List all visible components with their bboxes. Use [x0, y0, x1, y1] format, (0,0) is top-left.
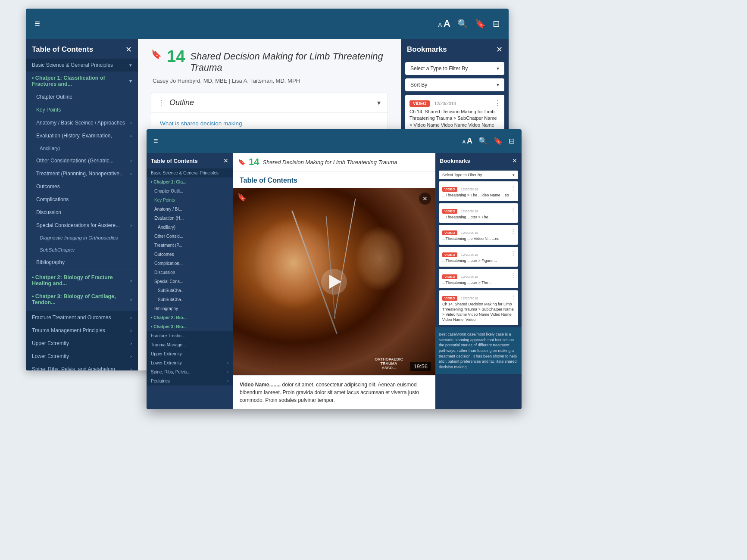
inner-bookmark-text-3: ...Threatening ...e Video N... ...eo	[442, 236, 515, 242]
sidebar-item-diagnostic-imaging[interactable]: Diagnostic Imaging in Orthopaedics	[26, 232, 138, 244]
sidebar-item-basic-science[interactable]: Basic Science & General Principles ▾	[26, 59, 138, 72]
chevron-down-icon: ▾	[129, 62, 132, 68]
inner-bookmark-type-2: VIDEO	[442, 209, 457, 214]
inner-sidebar-item-treatment[interactable]: Treatment (P...	[147, 241, 233, 250]
sidebar-item-special-considerations[interactable]: Special Considerations for Austere... ›	[26, 219, 138, 232]
exit-icon[interactable]: ⊟	[493, 19, 500, 29]
inner-filter-dropdown[interactable]: Select Type to Filter By ▾	[439, 171, 518, 179]
sidebar-item-discussion[interactable]: Discussion	[26, 206, 138, 219]
chevron-right-icon: ›	[130, 354, 132, 359]
inner-sidebar-item-evaluation[interactable]: Evaluation (H...	[147, 214, 233, 223]
sidebar-item-treatment[interactable]: Treatment (Plannning, Nonoperative... ›	[26, 167, 138, 180]
inner-bookmark-options-6[interactable]: ⋮	[510, 293, 516, 300]
bookmarks-close-button[interactable]: ✕	[496, 45, 503, 54]
inner-bookmark-options-5[interactable]: ⋮	[510, 272, 516, 278]
chapter-bookmark-icon[interactable]: 🔖	[151, 49, 162, 59]
inner-sidebar-item-discussion[interactable]: Discussion	[147, 268, 233, 277]
hamburger-icon[interactable]: ≡	[34, 18, 40, 29]
inner-sidebar-item-trauma[interactable]: Trauma Manage...	[147, 340, 233, 349]
inner-chapter-title: Shared Decision Making for Limb Threaten…	[263, 159, 397, 165]
filter-dropdown[interactable]: Select a Type to Filter By ▾	[405, 62, 504, 75]
sort-chevron-icon: ▾	[497, 82, 499, 88]
inner-sidebar-item-pediatrics[interactable]: Pediatrics ›	[147, 376, 233, 386]
inner-bookmark-date-3: 12/20/2018	[461, 231, 478, 235]
inner-sidebar-item-complications[interactable]: Complication...	[147, 259, 233, 268]
inner-sidebar-item-upper[interactable]: Upper Extremity	[147, 349, 233, 358]
font-large-label[interactable]: A	[444, 18, 450, 29]
chevron-right-icon: ›	[130, 341, 132, 346]
sidebar-item-evaluation[interactable]: Evaluation (History, Examination, ›	[26, 129, 138, 142]
inner-bookmark-options-2[interactable]: ⋮	[510, 206, 516, 213]
inner-bookmark-options-4[interactable]: ⋮	[510, 250, 516, 256]
video-bookmark-icon[interactable]: 🔖	[237, 193, 247, 202]
inner-sidebar-item-fracture[interactable]: Fracture Treatm...	[147, 331, 233, 340]
inner-search-icon[interactable]: 🔍	[478, 137, 488, 146]
sidebar-title: Table of Contents	[32, 45, 93, 54]
inner-font-large[interactable]: A	[467, 137, 472, 146]
sidebar-item-upper-extremity[interactable]: Upper Extremity ›	[26, 337, 138, 350]
sort-dropdown[interactable]: Sort By ▾	[405, 78, 504, 91]
sidebar-close-button[interactable]: ✕	[125, 45, 132, 54]
inner-sidebar-item-chapter3[interactable]: • Chatper 3: Bio...	[147, 322, 233, 331]
font-small-label[interactable]: A	[438, 22, 442, 28]
sidebar-item-bibliography[interactable]: Bibliography	[26, 256, 138, 269]
sidebar-item-subsubchapter[interactable]: SubSubChapter	[26, 244, 138, 256]
chevron-right-icon: ›	[130, 120, 132, 125]
sidebar-item-spine[interactable]: Spine, Ribs, Pelvis, and Acetabelum ›	[26, 363, 138, 370]
inner-bookmark-date-2: 12/20/2018	[461, 209, 478, 213]
inner-font-small[interactable]: A	[463, 139, 466, 144]
inner-sidebar-item-lower[interactable]: Lower Extremity ›	[147, 358, 233, 367]
inner-hamburger-icon[interactable]: ≡	[153, 137, 158, 146]
inner-bookmark-options-3[interactable]: ⋮	[510, 228, 516, 234]
inner-sidebar-item-ancillary[interactable]: Ancillary)	[147, 223, 233, 232]
sidebar-item-chapter-outline[interactable]: Chapter Outline	[26, 90, 138, 103]
inner-bookmarks-close-button[interactable]: ✕	[512, 157, 517, 164]
outline-dots-icon[interactable]: ⋮	[158, 99, 165, 107]
inner-bookmarks: Bookmarks ✕ Select Type to Filter By ▾ V…	[435, 153, 522, 409]
search-icon[interactable]: 🔍	[457, 19, 468, 29]
inner-chapter-bookmark-icon[interactable]: 🔖	[238, 159, 245, 165]
inner-sidebar-item-subsubchap1[interactable]: SubSubCha...	[147, 286, 233, 295]
inner-sidebar-item-chapter1[interactable]: • Chatper 1: Cla...	[147, 177, 233, 187]
play-button[interactable]	[321, 269, 347, 295]
outline-chevron-icon[interactable]: ▾	[377, 99, 381, 107]
sidebar-item-chapter3[interactable]: • Chatper 3: Biology of Cartilage, Tendo…	[26, 290, 138, 309]
inner-sidebar-item-anatomy[interactable]: Anatomy / Bi...	[147, 205, 233, 214]
inner-sidebar-item-bibliography[interactable]: Bibliography	[147, 304, 233, 313]
inner-bookmark-icon[interactable]: 🔖	[494, 137, 503, 146]
inner-bookmarks-header: Bookmarks ✕	[435, 153, 522, 168]
sidebar-item-chapter1[interactable]: • Chatper 1: Classification of Fractures…	[26, 72, 138, 90]
sidebar-item-anatomy[interactable]: Anatomy / Basic Sceince / Approaches ›	[26, 116, 138, 129]
inner-chapter-strip: 🔖 14 Shared Decision Making for Limb Thr…	[233, 153, 435, 171]
inner-bookmark-entry-3: VIDEO 12/20/2018 ...Threatening ...e Vid…	[439, 225, 518, 245]
sidebar-item-lower-extremity[interactable]: Lower Extremity ›	[26, 350, 138, 363]
bookmark-options-icon[interactable]: ⋮	[494, 99, 501, 107]
nav-left: ≡	[34, 18, 40, 29]
inner-bookmark-options-1[interactable]: ⋮	[510, 184, 516, 191]
outline-item-1: What is shared decision making	[160, 118, 379, 129]
inner-bookmark-type-6: VIDEO	[442, 296, 457, 301]
inner-sidebar-item-chapter2[interactable]: • Chatper 2: Bio...	[147, 313, 233, 322]
sidebar-item-ancillary[interactable]: Ancillary)	[26, 142, 138, 154]
inner-bookmark-type-5: VIDEO	[442, 274, 457, 279]
inner-sidebar-item-keypoints[interactable]: Key Points	[147, 196, 233, 205]
sidebar-item-other-considerations[interactable]: Other Considertations (Geriatric... ›	[26, 154, 138, 167]
inner-sidebar-item-outcomes[interactable]: Outcomes	[147, 250, 233, 259]
inner-sidebar-close-button[interactable]: ✕	[223, 157, 228, 164]
inner-exit-icon[interactable]: ⊟	[509, 137, 515, 146]
bookmark-icon[interactable]: 🔖	[475, 19, 486, 29]
sidebar-item-key-points[interactable]: Key Points	[26, 103, 138, 116]
outline-title: Outline	[169, 98, 377, 107]
sidebar-item-trauma-management[interactable]: Trauma Management Principles ›	[26, 324, 138, 337]
inner-sidebar-item-special[interactable]: Special Cons...	[147, 277, 233, 286]
sidebar-item-complications[interactable]: Complications	[26, 193, 138, 206]
inner-sidebar-item-other[interactable]: Other Consid...	[147, 232, 233, 241]
inner-sidebar-item-outline[interactable]: Chapter Outli...	[147, 187, 233, 196]
inner-sidebar-item-basic-science[interactable]: Basic Science & General Principles	[147, 168, 233, 177]
sidebar-item-fracture-treatment[interactable]: Fracture Treatment and Outcomes ›	[26, 311, 138, 324]
sidebar-item-outcomes[interactable]: Outcomes	[26, 180, 138, 193]
sidebar-item-chapter2[interactable]: • Chatper 2: Biology of Fracture Healing…	[26, 271, 138, 290]
video-close-button[interactable]: ✕	[419, 193, 431, 205]
inner-sidebar-item-subsubchap2[interactable]: SubSubCha...	[147, 295, 233, 304]
inner-sidebar-item-spine[interactable]: Spine, Ribs, Pelvis... ›	[147, 367, 233, 376]
